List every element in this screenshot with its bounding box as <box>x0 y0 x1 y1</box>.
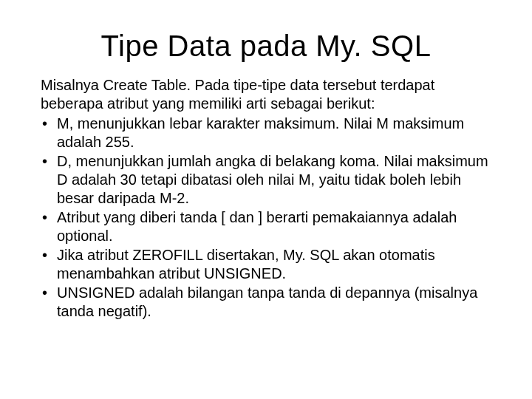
list-item: • Jika atribut ZEROFILL disertakan, My. … <box>41 246 491 283</box>
bullet-icon: • <box>42 208 47 227</box>
list-item-text: Jika atribut ZEROFILL disertakan, My. SQ… <box>57 247 435 282</box>
list-item-text: UNSIGNED adalah bilangan tanpa tanda di … <box>57 284 477 319</box>
lead-paragraph: Misalnya Create Table. Pada tipe-tipe da… <box>41 76 491 113</box>
slide: Tipe Data pada My. SQL Misalnya Create T… <box>0 0 532 399</box>
list-item: • UNSIGNED adalah bilangan tanpa tanda d… <box>41 284 491 321</box>
list-item: • M, menunjukkan lebar karakter maksimum… <box>41 115 491 151</box>
lead-text: Misalnya Create Table. Pada tipe-tipe da… <box>41 77 434 112</box>
bullet-list: • M, menunjukkan lebar karakter maksimum… <box>41 115 491 321</box>
slide-title: Tipe Data pada My. SQL <box>41 30 491 63</box>
list-item-text: D, menunjukkan jumlah angka di belakang … <box>57 153 488 206</box>
bullet-icon: • <box>42 115 47 133</box>
slide-title-text: Tipe Data pada My. SQL <box>101 30 432 62</box>
list-item: • D, menunjukkan jumlah angka di belakan… <box>41 152 491 208</box>
bullet-icon: • <box>42 246 47 265</box>
list-item: • Atribut yang diberi tanda [ dan ] bera… <box>41 208 491 245</box>
bullet-icon: • <box>42 284 47 302</box>
bullet-icon: • <box>42 152 47 171</box>
list-item-text: M, menunjukkan lebar karakter maksimum. … <box>57 115 464 150</box>
list-item-text: Atribut yang diberi tanda [ dan ] berart… <box>57 209 457 244</box>
